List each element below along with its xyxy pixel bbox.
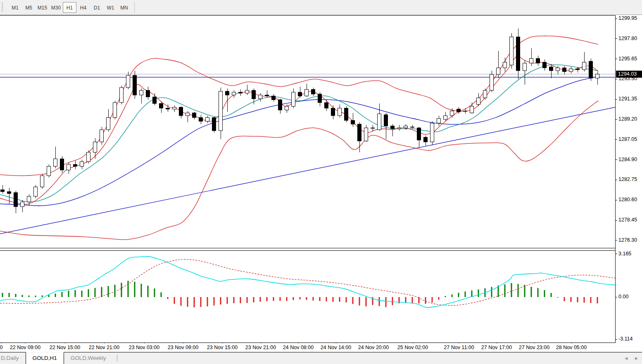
tab-scroll-left-icon[interactable]: ◄	[624, 356, 628, 361]
price-axis-label: 1278.45	[618, 217, 637, 223]
price-axis-label: 1289.20	[618, 116, 637, 122]
time-axis-label: 28 Nov 05:00	[556, 345, 587, 350]
chart-tabs: D,DailyGOLD,H1GOLD,Weekly ◄ ►	[0, 352, 642, 364]
timeframe-buttons: M1M5M15M30H1H4D1W1MN	[8, 2, 131, 13]
tab-d-daily[interactable]: D,Daily	[0, 352, 26, 364]
price-axis-tick	[616, 180, 617, 180]
price-axis-tick	[616, 220, 617, 221]
indicator-axis-label: 0.00	[618, 294, 628, 300]
time-axis-label: 27 Nov 11:00	[444, 345, 474, 350]
indicator-axis-label: 3.165	[618, 251, 631, 257]
time-axis-label: 22 Nov 21:00	[89, 345, 119, 350]
time-axis-label: 23 Nov 09:00	[168, 345, 198, 350]
price-axis-label: 1295.65	[618, 56, 637, 62]
time-axis[interactable]: 022 Nov 09:0022 Nov 15:0022 Nov 21:0023 …	[0, 343, 616, 352]
price-axis-tick	[616, 240, 617, 240]
price-axis-label: 1276.30	[618, 237, 637, 243]
time-axis-label: 27 Nov 17:00	[481, 345, 512, 350]
time-axis-label: 0	[0, 345, 2, 350]
timeframe-button-MN[interactable]: MN	[117, 2, 131, 13]
price-axis-tick	[616, 159, 617, 160]
timeframe-button-W1[interactable]: W1	[104, 2, 117, 13]
price-axis-tick	[616, 19, 617, 19]
time-axis-label: 22 Nov 09:00	[10, 345, 40, 350]
time-axis-label: 23 Nov 15:00	[207, 345, 238, 350]
tab-gold-h1[interactable]: GOLD,H1	[26, 352, 64, 364]
current-price-badge: 1294.03	[616, 71, 642, 78]
timeframe-button-H4[interactable]: H4	[76, 2, 90, 13]
tab-separator	[117, 354, 117, 362]
price-axis-label: 1280.60	[618, 197, 637, 202]
price-axis-label: 1284.90	[618, 157, 637, 162]
price-axis-label: 1287.05	[618, 136, 637, 142]
timeframe-toolbar: M1M5M15M30H1H4D1W1MN	[0, 0, 642, 15]
tab-scroll-right-icon[interactable]: ►	[634, 356, 639, 361]
indicator-axis-label: -3.114	[618, 336, 633, 342]
price-axis-label: 1297.80	[618, 36, 637, 41]
tab-scroll-arrows: ◄ ►	[624, 352, 639, 364]
price-axis-tick	[616, 200, 617, 200]
price-axis-label: 1299.95	[618, 15, 637, 21]
time-axis-label: 27 Nov 23:00	[519, 345, 549, 350]
timeframe-button-H1[interactable]: H1	[63, 2, 76, 13]
price-axis-label: 1282.75	[618, 176, 637, 182]
time-axis-label: 23 Nov 21:00	[245, 345, 276, 350]
timeframe-button-M30[interactable]: M30	[49, 2, 63, 13]
time-axis-label: 22 Nov 15:00	[50, 345, 80, 350]
chart-area: 1299.951297.801295.651293.501291.351289.…	[0, 15, 642, 352]
indicator-axis-tick	[616, 297, 617, 297]
time-axis-label: 24 Nov 14:00	[321, 345, 351, 350]
price-axis-tick	[616, 119, 617, 120]
time-axis-label: 24 Nov 08:00	[283, 345, 314, 350]
time-axis-label: 24 Nov 20:00	[358, 345, 389, 350]
timeframe-button-M15[interactable]: M15	[36, 2, 49, 13]
price-axis-tick	[616, 79, 617, 79]
candlestick-chart[interactable]	[0, 15, 616, 352]
price-axis-tick	[616, 99, 617, 100]
indicator-axis-tick	[616, 254, 617, 254]
price-axis-tick	[616, 59, 617, 59]
timeframe-button-M1[interactable]: M1	[8, 2, 22, 13]
time-axis-label: 23 Nov 03:00	[129, 345, 159, 350]
indicator-axis-tick	[616, 339, 617, 340]
toolbar-separator	[134, 2, 135, 13]
price-axis-tick	[616, 38, 617, 39]
timeframe-button-M5[interactable]: M5	[22, 2, 36, 13]
tab-gold-weekly[interactable]: GOLD,Weekly	[64, 352, 113, 364]
toolbar-drag-handle[interactable]	[2, 2, 4, 12]
timeframe-button-D1[interactable]: D1	[90, 2, 104, 13]
time-axis-label: 25 Nov 02:00	[397, 345, 428, 350]
price-axis[interactable]: 1299.951297.801295.651293.501291.351289.…	[616, 15, 642, 352]
chart-tab-list: D,DailyGOLD,H1GOLD,Weekly	[0, 352, 113, 364]
price-axis-tick	[616, 139, 617, 140]
price-axis-label: 1291.35	[618, 96, 637, 102]
mt4-window: M1M5M15M30H1H4D1W1MN 1299.951297.801295.…	[0, 0, 642, 364]
